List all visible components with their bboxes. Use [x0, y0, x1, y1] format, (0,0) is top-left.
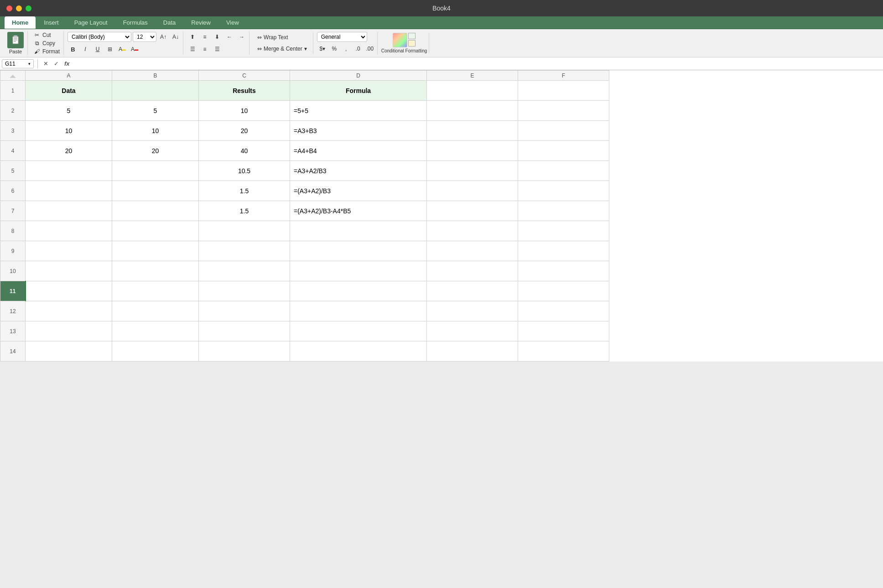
cell-9-D[interactable]	[290, 241, 427, 261]
fill-color-button[interactable]: A▬	[117, 44, 128, 55]
cell-11-A[interactable]	[26, 281, 112, 301]
cell-8-E[interactable]	[427, 221, 518, 241]
cell-7-B[interactable]	[112, 201, 199, 221]
cell-5-A[interactable]	[26, 161, 112, 181]
tab-data[interactable]: Data	[156, 16, 183, 29]
col-header-b[interactable]: B	[112, 71, 199, 81]
increase-decimal-button[interactable]: .00	[364, 43, 375, 54]
align-left-button[interactable]: ☰	[187, 44, 198, 55]
cell-10-A[interactable]	[26, 261, 112, 281]
increase-font-button[interactable]: A↑	[158, 31, 169, 42]
row-header-6[interactable]: 6	[0, 181, 26, 201]
col-header-c[interactable]: C	[199, 71, 290, 81]
formula-input[interactable]	[73, 60, 881, 67]
col-header-d[interactable]: D	[290, 71, 427, 81]
cell-7-E[interactable]	[427, 201, 518, 221]
cell-13-C[interactable]	[199, 321, 290, 341]
cell-4-E[interactable]	[427, 141, 518, 161]
cell-11-C[interactable]	[199, 281, 290, 301]
cell-14-A[interactable]	[26, 341, 112, 361]
maximize-button[interactable]	[26, 5, 31, 11]
cell-11-E[interactable]	[427, 281, 518, 301]
cell-6-C[interactable]: 1.5	[199, 181, 290, 201]
cell-8-C[interactable]	[199, 221, 290, 241]
tab-formulas[interactable]: Formulas	[116, 16, 155, 29]
cell-13-F[interactable]	[518, 321, 609, 341]
format-painter-button[interactable]: 🖌 Format	[31, 48, 62, 55]
tab-page-layout[interactable]: Page Layout	[67, 16, 115, 29]
font-color-button[interactable]: A▬	[129, 44, 140, 55]
cell-4-C[interactable]: 40	[199, 141, 290, 161]
cell-10-E[interactable]	[427, 261, 518, 281]
confirm-formula-button[interactable]: ✓	[52, 59, 61, 68]
decrease-decimal-button[interactable]: .0	[353, 43, 364, 54]
tab-home[interactable]: Home	[5, 16, 36, 29]
row-header-5[interactable]: 5	[0, 161, 26, 181]
cell-13-A[interactable]	[26, 321, 112, 341]
cell-3-C[interactable]: 20	[199, 121, 290, 141]
cell-ref-dropdown-icon[interactable]: ▾	[28, 62, 31, 66]
tab-insert[interactable]: Insert	[36, 16, 66, 29]
align-right-button[interactable]: ☰	[212, 44, 223, 55]
cell-12-C[interactable]	[199, 301, 290, 321]
close-button[interactable]	[6, 5, 12, 11]
cell-reference-box[interactable]: G11 ▾	[2, 59, 34, 68]
cell-6-D[interactable]: =(A3+A2)/B3	[290, 181, 427, 201]
cell-3-D[interactable]: =A3+B3	[290, 121, 427, 141]
cell-2-B[interactable]: 5	[112, 101, 199, 121]
cell-7-A[interactable]	[26, 201, 112, 221]
cell-14-F[interactable]	[518, 341, 609, 361]
cell-14-B[interactable]	[112, 341, 199, 361]
number-format-select[interactable]: General	[317, 32, 367, 42]
cell-8-B[interactable]	[112, 221, 199, 241]
cell-11-D[interactable]	[290, 281, 427, 301]
row-header-1[interactable]: 1	[0, 81, 26, 101]
row-header-11[interactable]: 11	[0, 281, 26, 301]
border-button[interactable]: ⊞	[104, 44, 115, 55]
row-header-9[interactable]: 9	[0, 241, 26, 261]
cell-10-C[interactable]	[199, 261, 290, 281]
window-controls[interactable]	[6, 5, 31, 11]
cut-button[interactable]: ✂ Cut	[31, 31, 62, 39]
cell-12-D[interactable]	[290, 301, 427, 321]
cell-2-D[interactable]: =5+5	[290, 101, 427, 121]
cell-5-B[interactable]	[112, 161, 199, 181]
cell-14-E[interactable]	[427, 341, 518, 361]
cell-2-F[interactable]	[518, 101, 609, 121]
cell-9-C[interactable]	[199, 241, 290, 261]
align-bottom-button[interactable]: ⬇	[212, 31, 223, 42]
font-size-select[interactable]: 12	[133, 32, 156, 42]
cell-8-A[interactable]	[26, 221, 112, 241]
cell-1-D[interactable]: Formula	[290, 81, 427, 101]
cell-4-F[interactable]	[518, 141, 609, 161]
minimize-button[interactable]	[16, 5, 22, 11]
comma-button[interactable]: ,	[341, 43, 352, 54]
align-top-button[interactable]: ⬆	[187, 31, 198, 42]
tab-review[interactable]: Review	[184, 16, 218, 29]
row-header-7[interactable]: 7	[0, 201, 26, 221]
row-header-2[interactable]: 2	[0, 101, 26, 121]
cell-8-F[interactable]	[518, 221, 609, 241]
cell-3-B[interactable]: 10	[112, 121, 199, 141]
row-header-8[interactable]: 8	[0, 221, 26, 241]
cell-6-B[interactable]	[112, 181, 199, 201]
cell-12-E[interactable]	[427, 301, 518, 321]
row-header-12[interactable]: 12	[0, 301, 26, 321]
cell-3-A[interactable]: 10	[26, 121, 112, 141]
cell-9-F[interactable]	[518, 241, 609, 261]
cell-5-D[interactable]: =A3+A2/B3	[290, 161, 427, 181]
cell-14-D[interactable]	[290, 341, 427, 361]
cell-13-B[interactable]	[112, 321, 199, 341]
cell-11-F[interactable]	[518, 281, 609, 301]
row-header-10[interactable]: 10	[0, 261, 26, 281]
indent-increase-button[interactable]: →	[236, 31, 247, 42]
align-middle-button[interactable]: ≡	[199, 31, 210, 42]
row-header-13[interactable]: 13	[0, 321, 26, 341]
cell-10-B[interactable]	[112, 261, 199, 281]
cell-10-F[interactable]	[518, 261, 609, 281]
cell-10-D[interactable]	[290, 261, 427, 281]
align-center-button[interactable]: ≡	[199, 44, 210, 55]
bold-button[interactable]: B	[68, 44, 78, 55]
cell-8-D[interactable]	[290, 221, 427, 241]
cell-12-F[interactable]	[518, 301, 609, 321]
